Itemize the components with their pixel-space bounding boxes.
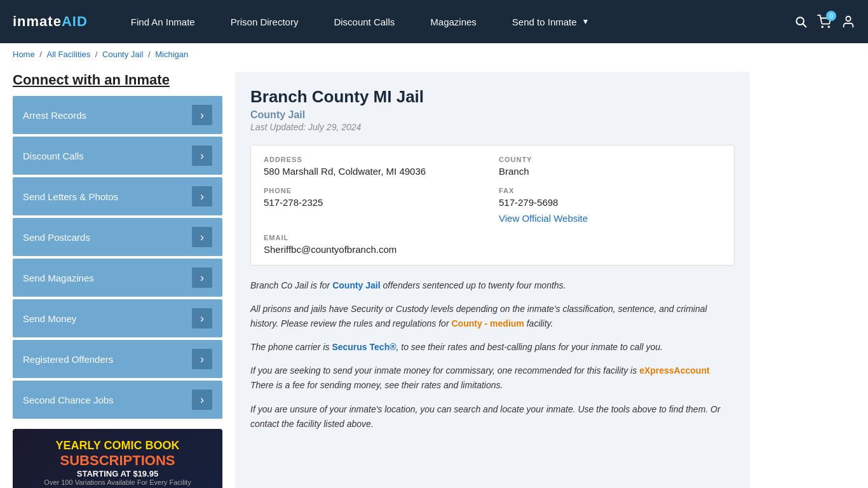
sidebar-item-label: Registered Offenders [23, 354, 113, 365]
desc-paragraph-4: If you are seeking to send your inmate m… [250, 363, 735, 393]
sidebar-item-label: Send Magazines [23, 273, 94, 283]
user-button[interactable] [841, 15, 855, 29]
nav-magazines[interactable]: Magazines [412, 0, 494, 43]
breadcrumb-county-jail[interactable]: County Jail [102, 50, 143, 59]
arrow-icon: › [192, 349, 212, 369]
sidebar-item-send-letters[interactable]: Send Letters & Photos › [13, 177, 222, 215]
svg-line-1 [803, 24, 806, 27]
desc-paragraph-1: Branch Co Jail is for County Jail offend… [250, 278, 735, 293]
phone-value: 517-278-2325 [264, 197, 486, 208]
sidebar-item-send-magazines[interactable]: Send Magazines › [13, 259, 222, 297]
county-label: COUNTY [499, 156, 721, 163]
fax-website-field: FAX 517-279-5698 View Official Website [499, 187, 721, 224]
phone-label: PHONE [264, 187, 486, 194]
breadcrumb-home[interactable]: Home [13, 50, 35, 59]
desc-paragraph-2: All prisons and jails have Security or C… [250, 302, 735, 331]
breadcrumb: Home / All Facilities / County Jail / Mi… [0, 43, 868, 65]
svg-point-3 [828, 26, 829, 27]
county-medium-link[interactable]: County - medium [451, 318, 524, 329]
logo-text: inmateAID [13, 13, 88, 30]
email-field: EMAIL Sheriffbc@countyofbranch.com [264, 234, 486, 255]
arrow-icon: › [192, 227, 212, 247]
nav-send-to-inmate[interactable]: Send to Inmate ▼ [494, 0, 607, 43]
ad-line2: Subscriptions [60, 452, 175, 469]
dropdown-arrow-icon: ▼ [582, 17, 590, 26]
address-label: ADDRESS [264, 156, 486, 163]
county-value: Branch [499, 166, 721, 177]
sidebar-item-label: Send Postcards [23, 232, 90, 243]
arrow-icon: › [192, 390, 212, 410]
svg-point-2 [822, 26, 823, 27]
header: inmateAID Find An Inmate Prison Director… [0, 0, 868, 43]
main-layout: Connect with an Inmate Arrest Records › … [0, 65, 763, 488]
arrow-icon: › [192, 146, 212, 166]
county-jail-link[interactable]: County Jail [332, 280, 380, 290]
cart-button[interactable]: 0 [817, 15, 831, 29]
county-field: COUNTY Branch [499, 156, 721, 177]
sidebar-item-send-postcards[interactable]: Send Postcards › [13, 218, 222, 256]
search-icon [794, 15, 807, 28]
arrow-icon: › [192, 308, 212, 329]
svg-point-4 [846, 17, 850, 21]
breadcrumb-all-facilities[interactable]: All Facilities [47, 50, 91, 59]
breadcrumb-michigan[interactable]: Michigan [155, 50, 188, 59]
facility-name: Branch County MI Jail [250, 87, 735, 107]
sidebar-item-registered-offenders[interactable]: Registered Offenders › [13, 340, 222, 378]
search-button[interactable] [794, 15, 807, 28]
sidebar-menu: Arrest Records › Discount Calls › Send L… [13, 96, 222, 419]
desc-paragraph-3: The phone carrier is Securus Tech®, to s… [250, 340, 735, 355]
nav-find-inmate[interactable]: Find An Inmate [113, 0, 213, 43]
desc-paragraph-5: If you are unsure of your inmate's locat… [250, 402, 735, 431]
sidebar-item-label: Second Chance Jobs [23, 395, 114, 405]
sidebar-item-arrest-records[interactable]: Arrest Records › [13, 96, 222, 134]
cart-count: 0 [826, 11, 836, 21]
address-value: 580 Marshall Rd, Coldwater, MI 49036 [264, 166, 486, 177]
email-label: EMAIL [264, 234, 486, 241]
logo[interactable]: inmateAID [13, 13, 88, 30]
arrow-icon: › [192, 268, 212, 288]
facility-type: County Jail [250, 109, 735, 121]
facility-updated: Last Updated: July 29, 2024 [250, 122, 735, 132]
sidebar-item-discount-calls[interactable]: Discount Calls › [13, 137, 222, 175]
ad-line3: Starting at $19.95 [77, 469, 158, 478]
sidebar-item-label: Send Letters & Photos [23, 191, 118, 202]
ad-line1: Yearly Comic Book [55, 439, 179, 452]
arrow-icon: › [192, 105, 212, 125]
sidebar-title: Connect with an Inmate [13, 72, 222, 88]
nav-prison-directory[interactable]: Prison Directory [213, 0, 316, 43]
nav-discount-calls[interactable]: Discount Calls [316, 0, 412, 43]
fax-label: FAX [499, 187, 721, 194]
sidebar: Connect with an Inmate Arrest Records › … [13, 72, 222, 488]
sidebar-item-label: Discount Calls [23, 151, 84, 161]
address-field: ADDRESS 580 Marshall Rd, Coldwater, MI 4… [264, 156, 486, 177]
securus-link[interactable]: Securus Tech® [332, 342, 396, 352]
phone-field: PHONE 517-278-2325 [264, 187, 486, 224]
facility-info-grid: ADDRESS 580 Marshall Rd, Coldwater, MI 4… [250, 145, 735, 266]
header-icons: 0 [794, 15, 855, 29]
sidebar-item-label: Arrest Records [23, 110, 86, 121]
expressaccount-link[interactable]: eXpressAccount [639, 365, 709, 376]
user-icon [841, 15, 855, 29]
website-link[interactable]: View Official Website [499, 213, 588, 224]
ad-line4: Over 100 Variations Available For Every … [44, 478, 191, 486]
sidebar-item-send-money[interactable]: Send Money › [13, 299, 222, 337]
main-nav: Find An Inmate Prison Directory Discount… [113, 0, 794, 43]
sidebar-item-second-chance-jobs[interactable]: Second Chance Jobs › [13, 381, 222, 419]
fax-value: 517-279-5698 [499, 197, 721, 208]
ad-banner[interactable]: Yearly Comic Book Subscriptions Starting… [13, 429, 222, 488]
facility-content: Branch County MI Jail County Jail Last U… [235, 72, 750, 488]
logo-accent: AID [62, 13, 88, 29]
sidebar-item-label: Send Money [23, 313, 76, 324]
arrow-icon: › [192, 186, 212, 207]
email-value: Sheriffbc@countyofbranch.com [264, 244, 486, 255]
